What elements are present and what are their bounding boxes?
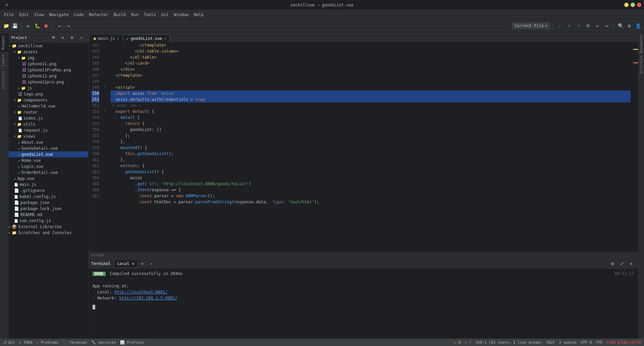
menu-edit[interactable]: Edit — [16, 12, 32, 18]
menu-git[interactable]: Git — [159, 12, 171, 18]
git-status[interactable]: ⎇ Git — [3, 340, 15, 345]
vtab-commit[interactable]: Commit — [0, 52, 9, 68]
tree-goodslist[interactable]: ✔ goodsList.vue — [9, 151, 88, 157]
tree-goodsdetail[interactable]: ✔ GoodsDetail.vue — [9, 145, 88, 151]
undo-btn[interactable]: ↩ — [593, 22, 601, 30]
menu-navigate[interactable]: Navigate — [47, 12, 71, 18]
line-ending: CRLF — [546, 340, 555, 345]
tree-package-lock[interactable]: 📄 package-lock.json — [9, 206, 88, 212]
current-file-dropdown[interactable]: Current File ▾ — [512, 22, 550, 29]
tree-iphone12pro[interactable]: 🖼 iphone12pro.png — [9, 79, 88, 85]
project-close-btn[interactable]: ✕ — [77, 33, 85, 42]
tree-index-js[interactable]: 📄 index.js — [9, 115, 88, 121]
tree-gitignore[interactable]: 📄 .gitignore — [9, 188, 88, 194]
services-btn[interactable]: 🔧 Services — [91, 340, 116, 345]
tab-goodslist[interactable]: ✔ goodsList.vue ✕ — [123, 34, 170, 42]
close-button[interactable] — [637, 3, 641, 7]
todo-btn[interactable]: ☑ TODO — [19, 340, 33, 345]
tree-root[interactable]: ▼ 📁 seckillvue — [9, 43, 88, 49]
terminal-settings-btn[interactable]: ⚙ — [608, 260, 617, 268]
redo-btn[interactable]: ↪ — [603, 22, 611, 30]
tree-home[interactable]: ✔ Home.vue — [9, 157, 88, 163]
terminal-btn[interactable]: ⬛ Terminal — [63, 340, 87, 345]
maximize-button[interactable] — [631, 3, 635, 7]
tree-package-json[interactable]: 📄 package.json — [9, 200, 88, 206]
tree-vue-config[interactable]: 📄 vue.config.js — [9, 218, 88, 224]
tree-views[interactable]: ▼ 📁 views — [9, 133, 88, 139]
tree-js-folder[interactable]: ▶ 📁 js — [9, 85, 88, 91]
terminal-close-btn[interactable]: ✕ — [627, 260, 635, 268]
menu-run[interactable]: Run — [128, 12, 141, 18]
stop-btn[interactable]: ⏹ — [42, 22, 50, 30]
tab-main-js[interactable]: ● main.js ✕ — [90, 34, 123, 42]
profiler-btn[interactable]: 📊 Profiler — [120, 340, 145, 345]
back-btn[interactable]: ← — [56, 22, 64, 30]
tree-main-js[interactable]: 📄 main.js — [9, 182, 88, 188]
tree-app-vue[interactable]: ✔ App.vue — [9, 176, 88, 182]
tree-babel[interactable]: 📄 babel.config.js — [9, 194, 88, 200]
tree-router[interactable]: ▼ 📁 router — [9, 109, 88, 115]
services-icon: 🔧 — [91, 340, 96, 345]
vue-icon: ✔ — [18, 159, 20, 162]
tree-assets[interactable]: ▼ 📁 assets — [9, 49, 88, 55]
terminal-expand-btn[interactable]: ⤢ — [618, 260, 626, 268]
save-btn[interactable]: 💾 — [11, 22, 19, 30]
code-line-152: export default { — [111, 109, 631, 115]
vtab-structure-right[interactable]: Structure — [639, 56, 643, 74]
menu-code[interactable]: Code — [71, 12, 86, 18]
menu-tools[interactable]: Tools — [141, 12, 159, 18]
tree-utils[interactable]: ▼ 📁 utils — [9, 121, 88, 127]
project-collapse-btn[interactable]: ⊟ — [68, 33, 76, 42]
terminal-content: DONE Compiled successfully in 204ms 00:3… — [89, 269, 638, 339]
code-content[interactable]: </template> </el-table-column> </el-tabl… — [108, 42, 633, 252]
menu-view[interactable]: View — [32, 12, 47, 18]
settings-btn[interactable]: ⚙ — [625, 22, 633, 30]
git-history-btn[interactable]: ⟳ — [584, 22, 592, 30]
close-tab-icon[interactable]: ✕ — [117, 37, 119, 41]
title-bar: ⚡ seckillvue – goodsList.vue — [0, 0, 644, 10]
tree-helloworld[interactable]: ✔ HelloWorld.vue — [9, 103, 88, 109]
network-url-link[interactable]: http://192.168.1.5:8081/ — [119, 296, 177, 300]
tree-ext-libs[interactable]: ▶ 📦 External Libraries — [9, 224, 88, 230]
search-btn[interactable]: 🔍 — [617, 22, 625, 30]
project-sync-btn[interactable]: ⟳ — [49, 33, 57, 42]
tree-about[interactable]: ✔ About.vue — [9, 139, 88, 145]
tree-iphone12[interactable]: 🖼 iphone12.png — [9, 73, 88, 79]
minimize-button[interactable] — [624, 3, 629, 7]
tree-img[interactable]: ▼ 📁 img — [9, 55, 88, 61]
menu-build[interactable]: Build — [111, 12, 128, 18]
project-gear-btn[interactable]: ⚙ — [59, 33, 67, 42]
forward-btn[interactable]: → — [64, 22, 72, 30]
close-tab-icon[interactable]: ✕ — [164, 37, 166, 41]
tree-iphone11pro[interactable]: 🖼 iphone11ProMax.png — [9, 67, 88, 73]
git-tick-btn[interactable]: ✓ — [556, 22, 564, 30]
git-push-btn[interactable]: ⬆ — [565, 22, 573, 30]
tree-iphone11[interactable]: 🖼 iphone11.png — [9, 61, 88, 67]
menu-refactor[interactable]: Refactor — [86, 12, 111, 18]
menu-file[interactable]: File — [1, 12, 16, 18]
tree-scratches[interactable]: ▶ 📁 Scratches and Consoles — [9, 230, 88, 236]
user-btn[interactable]: 👤 — [634, 22, 642, 30]
tree-readme[interactable]: 📄 README.md — [9, 212, 88, 218]
vue-icon: ✔ — [18, 147, 20, 150]
terminal-tab-local[interactable]: Local ✕ — [115, 260, 137, 267]
new-terminal-btn[interactable]: + — [138, 260, 146, 268]
problems-btn[interactable]: ⚠ Problems — [37, 340, 59, 345]
local-url-link[interactable]: http://localhost:8081/ — [114, 290, 168, 294]
vtab-bookmarks[interactable]: Bookmarks — [639, 35, 643, 53]
debug-btn[interactable]: 🐛 — [33, 22, 41, 30]
open-folder-btn[interactable]: 📁 — [2, 22, 10, 30]
vtab-project[interactable]: Project — [0, 33, 9, 52]
git-pull-btn[interactable]: ⬇ — [575, 22, 583, 30]
terminal-tabs: Terminal Local ✕ + ▾ ⚙ ⤢ ✕ — [89, 259, 638, 269]
tree-login[interactable]: ✔ Login.vue — [9, 163, 88, 169]
tree-logo[interactable]: 🖼 logo.png — [9, 91, 88, 97]
tree-orderdetail[interactable]: ✔ OrderDetail.vue — [9, 169, 88, 176]
tree-request[interactable]: 📄 request.js — [9, 127, 88, 133]
run-btn[interactable]: ▶ — [24, 22, 33, 30]
terminal-chevron-btn[interactable]: ▾ — [148, 260, 156, 268]
menu-window[interactable]: Window — [171, 12, 191, 18]
vtab-structure[interactable]: Structure — [0, 69, 9, 91]
tree-components[interactable]: ▼ 📁 components — [9, 97, 88, 103]
menu-help[interactable]: Help — [191, 12, 206, 18]
